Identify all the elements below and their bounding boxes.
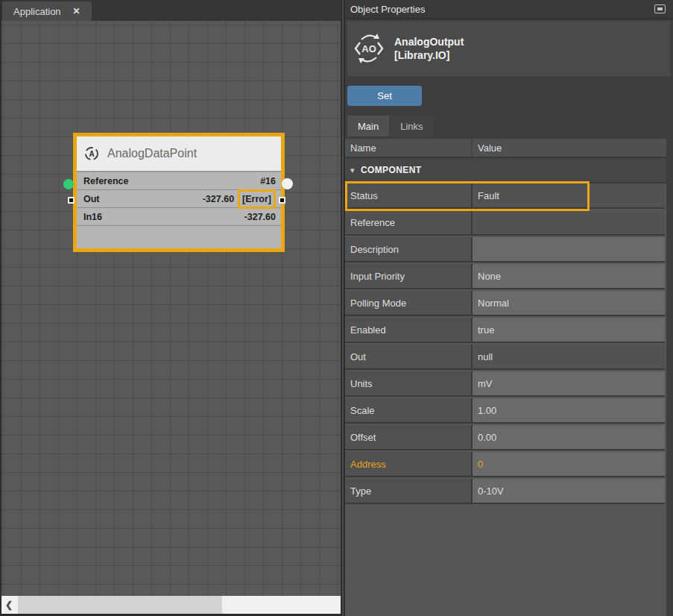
scrollbar-thumb[interactable]: [18, 596, 222, 614]
window-left-edge: [0, 0, 1, 616]
property-name: Out: [345, 345, 471, 370]
property-name: Address: [345, 452, 471, 477]
node-row[interactable]: In16-327.60: [77, 208, 281, 226]
node-rows: Reference#16Out-327.60[Error]In16-327.60: [77, 172, 281, 226]
resize-handle-left[interactable]: [68, 197, 75, 204]
chevron-down-icon[interactable]: ▾: [350, 166, 355, 175]
document-tab-bar: Application ✕: [0, 0, 341, 21]
error-badge: [Error]: [238, 189, 276, 209]
property-value[interactable]: 0.00: [473, 425, 665, 450]
object-properties-panel: Object Properties AO AnalogOutput [Libra…: [345, 0, 673, 616]
analog-output-icon: AO: [353, 32, 385, 65]
table-row[interactable]: Address0: [345, 452, 666, 479]
property-name: Input Priority: [345, 264, 471, 289]
property-value: Fault: [473, 183, 665, 209]
svg-text:AO: AO: [361, 43, 376, 54]
object-library: [Library.IO]: [394, 48, 464, 62]
node-empty-row: [77, 226, 281, 248]
table-row[interactable]: Type0-10V: [345, 479, 666, 506]
tab-label: Application: [13, 6, 61, 17]
property-name: Description: [345, 237, 471, 263]
node-row[interactable]: Out-327.60[Error]: [77, 190, 281, 208]
node-row[interactable]: Reference#16: [77, 172, 281, 190]
application-window: Application ✕ A AnalogDataPoint Referenc…: [0, 0, 673, 616]
properties-table: Name Value ▾ COMPONENT StatusFaultRefere…: [345, 139, 666, 616]
node-slot-value-group: #16: [260, 176, 276, 186]
property-value: [473, 210, 665, 236]
node-title-label: AnalogDataPoint: [107, 147, 197, 160]
table-row[interactable]: StatusFault: [345, 183, 666, 210]
property-name: Reference: [345, 210, 471, 236]
node-slot-value: -327.60: [244, 212, 276, 222]
scroll-left-arrow-icon[interactable]: ❮: [1, 596, 16, 614]
table-row[interactable]: Reference: [345, 210, 666, 237]
wiresheet-canvas[interactable]: A AnalogDataPoint Reference#16Out-327.60…: [0, 21, 341, 596]
tab-links[interactable]: Links: [390, 116, 433, 136]
selected-object-header: AO AnalogOutput [Library.IO]: [347, 21, 670, 76]
analog-data-point-node[interactable]: A AnalogDataPoint Reference#16Out-327.60…: [73, 133, 285, 252]
table-row[interactable]: Input PriorityNone: [345, 264, 666, 291]
property-value[interactable]: 0-10V: [473, 479, 665, 504]
svg-text:A: A: [89, 150, 94, 158]
node-slot-name: Reference: [83, 176, 128, 186]
property-value[interactable]: [473, 237, 665, 263]
node-slot-value-group: -327.60[Error]: [203, 193, 276, 205]
tab-main[interactable]: Main: [347, 116, 389, 136]
set-button[interactable]: Set: [347, 86, 422, 106]
input-port-dot[interactable]: [63, 179, 74, 189]
node-slot-name: Out: [83, 194, 100, 204]
property-name: Status: [345, 183, 471, 209]
property-name: Type: [345, 479, 471, 504]
table-row[interactable]: Outnull: [345, 345, 666, 371]
node-title-bar[interactable]: A AnalogDataPoint: [77, 136, 281, 172]
panel-title: Object Properties: [350, 4, 425, 15]
property-name: Units: [345, 371, 471, 397]
table-row[interactable]: Offset0.00: [345, 425, 666, 452]
analog-point-icon: A: [83, 145, 100, 162]
table-row[interactable]: Description: [345, 237, 666, 264]
table-header-row: Name Value: [345, 139, 666, 158]
output-port-dot[interactable]: [282, 178, 293, 189]
panel-title-bar: Object Properties: [345, 0, 673, 19]
node-slot-value: -327.60: [203, 194, 234, 204]
section-label: COMPONENT: [361, 165, 422, 175]
node-slot-value: #16: [260, 176, 276, 186]
tab-application[interactable]: Application ✕: [2, 1, 92, 21]
resize-handle-right[interactable]: [279, 197, 285, 204]
property-name: Polling Mode: [345, 291, 471, 316]
property-value[interactable]: None: [473, 264, 665, 289]
property-value[interactable]: Normal: [473, 291, 665, 316]
property-name: Offset: [345, 425, 471, 450]
close-icon[interactable]: ✕: [73, 6, 80, 16]
table-row[interactable]: Polling ModeNormal: [345, 291, 666, 318]
property-value[interactable]: true: [473, 318, 665, 343]
property-name: Enabled: [345, 318, 471, 343]
horizontal-scrollbar[interactable]: ❮: [1, 596, 341, 614]
property-value[interactable]: 1.00: [473, 398, 665, 424]
table-row[interactable]: UnitsmV: [345, 371, 666, 398]
table-row[interactable]: Enabledtrue: [345, 318, 666, 345]
dock-window-icon[interactable]: [654, 4, 666, 13]
property-value[interactable]: mV: [473, 371, 665, 397]
property-value: null: [473, 345, 665, 370]
property-value[interactable]: 0: [473, 452, 665, 477]
section-component[interactable]: ▾ COMPONENT: [345, 158, 666, 183]
property-rows: StatusFaultReferenceDescriptionInput Pri…: [345, 183, 666, 506]
properties-tab-bar: Main Links: [347, 116, 673, 136]
object-type-name: AnalogOutput: [394, 35, 464, 48]
node-slot-value-group: -327.60: [244, 212, 276, 222]
table-row[interactable]: Scale1.00: [345, 398, 666, 425]
wiresheet-pane: Application ✕ A AnalogDataPoint Referenc…: [0, 0, 341, 616]
node-slot-name: In16: [83, 212, 102, 222]
column-header-name: Name: [345, 139, 471, 157]
property-name: Scale: [345, 398, 471, 424]
column-header-value: Value: [473, 139, 665, 157]
